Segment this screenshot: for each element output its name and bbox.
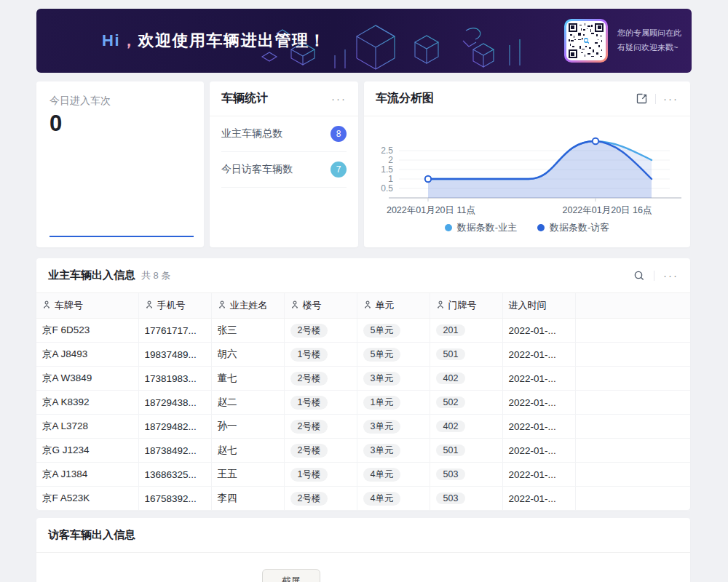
svg-text:2022年01月20日 16点: 2022年01月20日 16点	[563, 205, 652, 215]
column-label: 手机号	[157, 300, 186, 311]
table-row[interactable]: 京A J138413686325...王五1号楼4单元5032022-01-..…	[36, 463, 690, 487]
column-label: 业主姓名	[230, 300, 268, 311]
greeting-comma: ，	[121, 30, 138, 52]
card-title: 车辆统计	[221, 91, 268, 106]
visitor-vehicles-card: 访客车辆出入信息	[36, 518, 690, 582]
cell-building: 2号楼	[284, 487, 357, 511]
tag: 5单元	[363, 324, 401, 338]
column-header-time[interactable]: 进入时间	[502, 293, 575, 319]
cell-plate: 京F A523K	[36, 487, 138, 511]
qr-code	[564, 19, 608, 63]
cell-empty	[575, 391, 690, 415]
expand-icon[interactable]	[636, 93, 648, 105]
table-row[interactable]: 京A J849319837489...胡六1号楼5单元5012022-01-..…	[36, 343, 690, 367]
cell-door: 402	[430, 367, 502, 391]
welcome-banner: Hi，欢迎使用车辆进出管理！	[36, 9, 692, 73]
cell-unit: 5单元	[357, 319, 430, 343]
stat-row-visitor-today: 今日访客车辆数 7	[221, 152, 347, 188]
cell-phone: 19837489...	[138, 343, 211, 367]
cell-phone: 18729482...	[138, 415, 211, 439]
tag: 502	[436, 396, 466, 408]
table-row[interactable]: 京F A523K16758392...李四2号楼4单元5032022-01-..…	[36, 487, 690, 511]
cell-name: 王五	[211, 463, 284, 487]
cell-time: 2022-01-...	[502, 463, 575, 487]
count-badge: 8	[331, 126, 347, 142]
greeting-hi: Hi	[102, 31, 120, 50]
cell-unit: 4单元	[357, 463, 430, 487]
column-header-phone[interactable]: 手机号	[138, 293, 211, 319]
table-row[interactable]: 京F 6D52317761717...张三2号楼5单元2012022-01-..…	[36, 319, 690, 343]
tag: 5单元	[363, 348, 401, 362]
column-header-name[interactable]: 业主姓名	[211, 293, 284, 319]
owner-vehicles-card: 业主车辆出入信息 共 8 条 ··· 车牌号手机号业主姓名楼号单元门牌号进入时间…	[36, 258, 690, 510]
cell-empty	[575, 367, 690, 391]
tag: 1号楼	[290, 396, 328, 410]
column-header-unit[interactable]: 单元	[357, 293, 430, 319]
more-menu-icon[interactable]: ···	[663, 95, 678, 103]
tag: 501	[436, 445, 466, 456]
cell-building: 1号楼	[284, 343, 357, 367]
cell-plate: 京F 6D523	[36, 319, 138, 343]
cell-door: 503	[430, 487, 502, 511]
cell-building: 2号楼	[284, 439, 357, 463]
legend-item-visitor[interactable]: 数据条数-访客	[537, 221, 609, 234]
table-row[interactable]: 京A W384917381983...董七2号楼3单元4022022-01-..…	[36, 367, 690, 391]
svg-text:1.5: 1.5	[381, 164, 393, 175]
table-row[interactable]: 京A L372818729482...孙一2号楼3单元4022022-01-..…	[36, 415, 690, 439]
column-header-building[interactable]: 楼号	[284, 293, 357, 319]
legend-item-owner[interactable]: 数据条数-业主	[445, 221, 517, 234]
cell-phone: 18729438...	[138, 391, 211, 415]
cell-building: 1号楼	[284, 463, 357, 487]
cell-unit: 3单元	[357, 439, 430, 463]
cell-phone: 17381983...	[138, 367, 211, 391]
consultant-qr-block: 您的专属顾问在此 有疑问欢迎来戳~	[564, 9, 681, 73]
cell-name: 孙一	[211, 415, 284, 439]
qr-caption: 您的专属顾问在此 有疑问欢迎来戳~	[617, 26, 681, 55]
cell-empty	[575, 343, 690, 367]
more-menu-icon[interactable]: ···	[331, 95, 347, 103]
svg-text:1: 1	[388, 174, 393, 184]
cell-door: 501	[430, 439, 502, 463]
screenshot-button[interactable]: 截屏	[262, 569, 320, 582]
column-header-plate[interactable]: 车牌号	[36, 293, 138, 319]
search-icon[interactable]	[633, 270, 645, 282]
cell-name: 胡六	[211, 343, 284, 367]
svg-text:2022年01月20日 11点: 2022年01月20日 11点	[387, 205, 475, 215]
cell-building: 2号楼	[284, 319, 357, 343]
cell-unit: 4单元	[357, 487, 430, 511]
cell-unit: 1单元	[357, 391, 430, 415]
card-title: 车流分析图	[376, 91, 434, 106]
cell-name: 董七	[211, 367, 284, 391]
divider	[655, 94, 656, 104]
stat-row-owner-total: 业主车辆总数 8	[221, 116, 347, 152]
owner-vehicles-table: 车牌号手机号业主姓名楼号单元门牌号进入时间 京F 6D52317761717..…	[36, 293, 690, 511]
cell-plate: 京A W3849	[36, 367, 138, 391]
cell-plate: 京G J1234	[36, 439, 138, 463]
cell-time: 2022-01-...	[502, 367, 575, 391]
table-row[interactable]: 京A K839218729438...赵二1号楼1单元5022022-01-..…	[36, 391, 690, 415]
tag: 4单元	[363, 492, 401, 506]
tag: 2号楼	[290, 444, 328, 458]
divider	[654, 271, 654, 281]
field-type-icon	[290, 300, 299, 309]
cell-door: 201	[430, 319, 502, 343]
cell-plate: 京A K8392	[36, 391, 138, 415]
tag: 1单元	[363, 396, 401, 410]
stat-label: 业主车辆总数	[221, 127, 282, 140]
traffic-chart-card: 车流分析图 ··· 0.511.522.52022年01月20日 11点2022…	[364, 81, 690, 247]
field-type-icon	[218, 300, 226, 309]
column-label: 单元	[376, 300, 395, 311]
tag: 2号楼	[290, 420, 328, 434]
cell-time: 2022-01-...	[502, 487, 575, 511]
cell-name: 李四	[211, 487, 284, 511]
owner-table-header-row: 车牌号手机号业主姓名楼号单元门牌号进入时间	[36, 293, 690, 319]
table-row[interactable]: 京G J123418738492...赵七2号楼3单元5012022-01-..…	[36, 439, 690, 463]
tag: 2号楼	[290, 372, 328, 386]
cell-time: 2022-01-...	[502, 439, 575, 463]
cell-phone: 16758392...	[138, 487, 211, 511]
cell-door: 502	[430, 391, 502, 415]
column-header-door[interactable]: 门牌号	[430, 293, 502, 319]
svg-text:0.5: 0.5	[381, 183, 393, 194]
more-menu-icon[interactable]: ···	[663, 271, 678, 280]
tag: 2号楼	[290, 324, 328, 338]
